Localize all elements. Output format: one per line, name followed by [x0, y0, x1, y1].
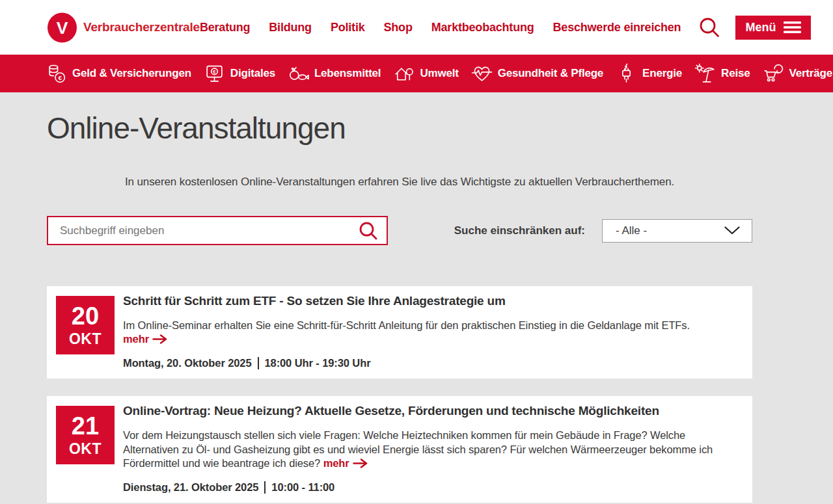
site-header: V Verbraucherzentrale Beratung Bildung P…: [0, 0, 833, 55]
date-time-divider: [264, 481, 266, 494]
house-tree-icon: [393, 63, 415, 85]
category-bar: € Geld & Versicherungen € Digitales Lebe…: [0, 55, 833, 92]
logo[interactable]: V Verbraucherzentrale: [47, 12, 200, 43]
cart-refresh-icon: [762, 63, 784, 85]
main-nav: Beratung Bildung Politik Shop Marktbeoba…: [200, 21, 681, 34]
event-title[interactable]: Online-Vortrag: Neue Heizung? Aktuelle G…: [123, 404, 737, 418]
filter-label: Suche einschränken auf:: [454, 224, 585, 237]
sun-umbrella-icon: [694, 63, 716, 85]
category-label: Geld & Versicherungen: [72, 67, 191, 80]
event-datetime: Dienstag, 21. Oktober 2025 10:00 - 11:00: [123, 481, 737, 494]
svg-text:V: V: [57, 18, 68, 37]
category-umwelt[interactable]: Umwelt: [393, 63, 458, 85]
event-description-text: Im Online-Seminar erhalten Sie eine Schr…: [123, 319, 690, 331]
chevron-down-icon: [724, 226, 740, 235]
more-link-label: mehr: [323, 457, 349, 469]
arrow-right-icon: [353, 458, 368, 468]
menu-button-label: Menü: [745, 21, 776, 34]
menu-button[interactable]: Menü: [735, 16, 811, 40]
nav-item-beratung[interactable]: Beratung: [200, 21, 250, 34]
category-vertraege[interactable]: Verträge: [762, 63, 832, 85]
event-search-submit-button[interactable]: [355, 218, 381, 244]
event-day: 21: [72, 414, 99, 438]
event-title[interactable]: Schritt für Schritt zum ETF - So setzen …: [123, 294, 737, 308]
event-datetime: Montag, 20. Oktober 2025 18:00 Uhr - 19:…: [123, 357, 737, 369]
category-reise[interactable]: Reise: [694, 63, 750, 85]
event-date-text: Dienstag, 21. Oktober 2025: [123, 481, 258, 494]
event-description: Im Online-Seminar erhalten Sie eine Schr…: [123, 319, 737, 347]
intro-text: In unseren kostenlosen Online-Veranstalt…: [47, 176, 752, 189]
heart-pulse-icon: [471, 63, 493, 85]
event-time-text: 10:00 - 11:00: [271, 481, 335, 494]
event-day: 20: [72, 304, 99, 328]
event-card[interactable]: 20 OKT Schritt für Schritt zum ETF - So …: [47, 286, 752, 378]
event-card[interactable]: 21 OKT Online-Vortrag: Neue Heizung? Akt…: [47, 396, 752, 503]
category-geld-versicherungen[interactable]: € Geld & Versicherungen: [46, 63, 191, 85]
event-date-badge: 20 OKT: [56, 296, 115, 354]
event-month: OKT: [69, 442, 102, 457]
header-search-button[interactable]: [696, 14, 722, 40]
search-filter: Suche einschränken auf: - Alle -: [454, 219, 752, 243]
svg-text:€: €: [58, 73, 62, 81]
category-digitales[interactable]: € Digitales: [204, 63, 275, 85]
category-lebensmittel[interactable]: Lebensmittel: [288, 63, 381, 85]
nav-item-shop[interactable]: Shop: [384, 21, 413, 34]
page-title: Online-Veranstaltungen: [47, 111, 752, 146]
event-month: OKT: [69, 332, 102, 347]
more-link[interactable]: mehr: [323, 457, 368, 469]
event-description: Vor dem Heizungstausch stellen sich viel…: [123, 429, 737, 471]
filter-select[interactable]: - Alle -: [602, 219, 752, 243]
event-date-text: Montag, 20. Oktober 2025: [123, 357, 252, 369]
monitor-euro-icon: €: [204, 63, 225, 85]
logo-v-icon: V: [47, 12, 77, 43]
category-label: Gesundheit & Pflege: [498, 67, 603, 80]
nav-item-bildung[interactable]: Bildung: [269, 21, 312, 34]
event-search-box: [47, 216, 388, 245]
category-label: Umwelt: [420, 67, 458, 80]
event-date-badge: 21 OKT: [56, 406, 115, 464]
event-description-text: Vor dem Heizungstausch stellen sich viel…: [123, 429, 713, 469]
category-label: Reise: [721, 67, 750, 80]
nav-item-marktbeobachtung[interactable]: Marktbeobachtung: [431, 21, 534, 34]
search-icon: [698, 16, 721, 39]
category-label: Digitales: [230, 67, 275, 80]
more-link-label: mehr: [123, 333, 149, 345]
apple-fish-icon: [288, 63, 309, 85]
category-energie[interactable]: Energie: [616, 63, 682, 85]
category-label: Lebensmittel: [314, 67, 381, 80]
category-label: Verträge: [789, 67, 832, 80]
arrow-right-icon: [152, 334, 168, 344]
plug-icon: [616, 63, 637, 85]
coins-euro-icon: €: [46, 63, 67, 85]
event-list: 20 OKT Schritt für Schritt zum ETF - So …: [47, 286, 752, 503]
filter-selected-value: - Alle -: [616, 224, 647, 237]
event-time-text: 18:00 Uhr - 19:30 Uhr: [265, 357, 371, 369]
main-content: Online-Veranstaltungen In unseren kosten…: [0, 92, 833, 504]
category-label: Energie: [642, 67, 682, 80]
nav-item-politik[interactable]: Politik: [331, 21, 365, 34]
search-row: Suche einschränken auf: - Alle -: [47, 216, 752, 245]
svg-text:€: €: [213, 68, 216, 74]
date-time-divider: [258, 357, 259, 369]
category-gesundheit-pflege[interactable]: Gesundheit & Pflege: [471, 63, 603, 85]
hamburger-icon: [784, 21, 801, 34]
search-icon: [358, 220, 379, 241]
logo-wordmark: Verbraucherzentrale: [83, 20, 200, 34]
event-search-input[interactable]: [47, 216, 388, 245]
more-link[interactable]: mehr: [123, 333, 168, 345]
nav-item-beschwerde[interactable]: Beschwerde einreichen: [553, 21, 681, 34]
